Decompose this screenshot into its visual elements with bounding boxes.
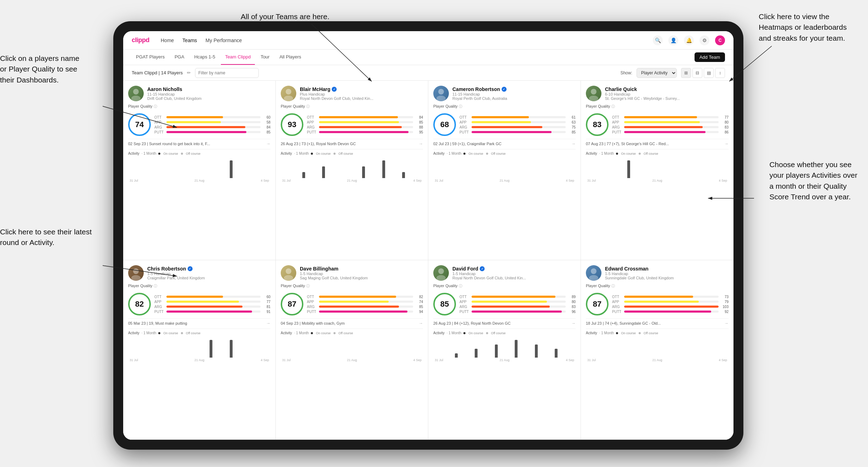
stat-row-arg: ARG 88: [307, 125, 423, 129]
bell-icon[interactable]: 🔔: [684, 35, 694, 45]
axis-label-end: 4 Sep: [413, 179, 422, 182]
player-name[interactable]: Cameron Robertson✓: [452, 86, 576, 92]
sort-button[interactable]: ↕: [715, 68, 725, 78]
stat-row-putt: PUTT 96: [459, 310, 576, 314]
team-search-input[interactable]: [195, 68, 259, 78]
show-select[interactable]: Player Activity: [636, 68, 677, 78]
stat-value: 79: [721, 300, 729, 304]
stat-label: APP: [307, 120, 317, 124]
latest-round-text: 02 Sep 23 | Sunset round to get back int…: [128, 142, 266, 146]
tab-pga[interactable]: PGA: [170, 50, 188, 65]
player-header[interactable]: Charlie Quick 6-10 Handicap St. George's…: [586, 86, 729, 101]
latest-round[interactable]: 05 Mar 23 | 19, Must make putting →: [128, 318, 270, 326]
quality-section[interactable]: 87 OTT 73 APP 79 ARG: [586, 293, 729, 315]
player-name[interactable]: Aaron Nicholls: [147, 86, 270, 92]
score-circle[interactable]: 83: [586, 113, 609, 136]
tab-team-clippd[interactable]: Team Clippd: [221, 50, 255, 65]
quality-section[interactable]: 85 OTT 89 APP 80 ARG: [433, 293, 576, 315]
nav-link-performance[interactable]: My Performance: [206, 36, 242, 45]
player-name[interactable]: Charlie Quick: [605, 86, 729, 92]
tab-tour[interactable]: Tour: [256, 50, 274, 65]
latest-round[interactable]: 07 Aug 23 | 77 (+7), St George's Hill GC…: [586, 139, 729, 146]
player-name[interactable]: David Ford✓: [452, 266, 576, 272]
stat-bar: [319, 116, 398, 118]
arrow-right-icon: →: [266, 141, 270, 146]
latest-round[interactable]: 04 Sep 23 | Mobility with coach, Gym →: [281, 318, 423, 326]
stat-bar-container: [166, 296, 261, 298]
player-name[interactable]: Edward Crossman: [605, 266, 729, 272]
stat-label: APP: [154, 120, 164, 124]
tab-all-players[interactable]: All Players: [275, 50, 305, 65]
stat-row-app: APP 77: [154, 300, 270, 304]
stat-row-arg: ARG 103: [612, 305, 729, 309]
stat-bar: [166, 296, 223, 298]
score-circle[interactable]: 68: [433, 113, 456, 136]
activity-title: Activity: [281, 331, 292, 335]
svg-point-15: [589, 275, 598, 281]
quality-section[interactable]: 93 OTT 84 APP 85 ARG: [281, 113, 423, 136]
score-circle[interactable]: 85: [433, 293, 456, 315]
stat-bar-container: [319, 301, 413, 303]
axis-label-end: 4 Sep: [261, 358, 269, 362]
player-header[interactable]: Edward Crossman 1-5 Handicap Sunningdale…: [586, 265, 729, 281]
filter-button[interactable]: ▤: [704, 68, 714, 78]
quality-section[interactable]: 82 OTT 60 APP 77 ARG: [128, 293, 270, 315]
stat-bar: [624, 126, 703, 128]
score-circle[interactable]: 93: [281, 113, 303, 136]
quality-section[interactable]: 83 OTT 77 APP 80 ARG: [586, 113, 729, 136]
player-header[interactable]: Aaron Nicholls 11-15 Handicap Drift Golf…: [128, 86, 270, 101]
latest-round[interactable]: 26 Aug 23 | 73 (+1), Royal North Devon G…: [281, 139, 423, 146]
score-circle[interactable]: 74: [128, 113, 151, 136]
player-header[interactable]: Dave Billingham 1-5 Handicap Sag Maging …: [281, 265, 423, 281]
bar-chart: [128, 336, 270, 358]
nav-link-teams[interactable]: Teams: [182, 36, 197, 45]
oncourse-legend-dot: [616, 153, 618, 155]
ipad-screen: clippd Home Teams My Performance 🔍 👤 🔔 ⚙…: [123, 31, 733, 440]
latest-round[interactable]: 02 Sep 23 | Sunset round to get back int…: [128, 139, 270, 146]
user-icon[interactable]: 👤: [668, 35, 678, 45]
oncourse-legend-dot: [311, 153, 313, 155]
stat-bar-container: [166, 311, 261, 313]
axis-label-start: 31 Jul: [130, 358, 138, 362]
player-avatar: [433, 86, 449, 101]
nav-link-home[interactable]: Home: [161, 36, 174, 45]
settings-icon[interactable]: ⚙: [699, 35, 709, 45]
latest-round[interactable]: 26 Aug 23 | 84 (+12), Royal North Devon …: [433, 318, 576, 326]
stat-label: ARG: [459, 305, 469, 309]
player-header[interactable]: Cameron Robertson✓ 11-15 Handicap Royal …: [433, 86, 576, 101]
quality-section[interactable]: 87 OTT 82 APP 74 ARG: [281, 293, 423, 315]
player-header[interactable]: Chris Robertson✓ 1-5 Handicap Craigmilla…: [128, 265, 270, 281]
player-header[interactable]: Blair McHarg✓ Plus Handicap Royal North …: [281, 86, 423, 101]
edit-team-icon[interactable]: ✏: [187, 70, 191, 75]
grid-view-button[interactable]: ⊞: [681, 68, 691, 78]
score-circle[interactable]: 87: [586, 293, 609, 315]
axis-label-mid: 21 Aug: [499, 358, 509, 362]
oncourse-legend-dot: [158, 153, 160, 155]
player-name[interactable]: Dave Billingham: [300, 266, 423, 272]
avatar-icon[interactable]: C: [715, 35, 725, 45]
add-team-button[interactable]: Add Team: [695, 52, 725, 62]
stat-row-arg: ARG 81: [154, 305, 270, 309]
axis-label-start: 31 Jul: [435, 179, 443, 182]
svg-point-5: [436, 96, 446, 101]
score-circle[interactable]: 87: [281, 293, 303, 315]
latest-round[interactable]: 18 Jul 23 | 74 (+4), Sunningdale GC - Ol…: [586, 318, 729, 326]
bar-group: [495, 344, 514, 358]
player-name[interactable]: Chris Robertson✓: [147, 266, 270, 272]
player-name[interactable]: Blair McHarg✓: [300, 86, 423, 92]
stat-bar: [319, 131, 409, 133]
quality-section[interactable]: 74 OTT 60 APP 58 ARG: [128, 113, 270, 136]
tab-pgat-players[interactable]: PGAT Players: [132, 50, 169, 65]
player-header[interactable]: David Ford✓ 1-5 Handicap Royal North Dev…: [433, 265, 576, 281]
latest-round[interactable]: 02 Jul 23 | 59 (+1), Craigmillar Park GC…: [433, 139, 576, 146]
player-card: David Ford✓ 1-5 Handicap Royal North Dev…: [428, 260, 581, 440]
score-circle[interactable]: 82: [128, 293, 151, 315]
svg-point-11: [284, 275, 293, 281]
stat-value: 81: [263, 305, 270, 309]
list-view-button[interactable]: ⊟: [692, 68, 702, 78]
search-icon[interactable]: 🔍: [653, 35, 663, 45]
stat-value: 86: [721, 130, 729, 134]
tab-hcaps[interactable]: Hcaps 1-5: [190, 50, 219, 65]
quality-section[interactable]: 68 OTT 61 APP 63 ARG: [433, 113, 576, 136]
stat-label: PUTT: [307, 130, 317, 134]
